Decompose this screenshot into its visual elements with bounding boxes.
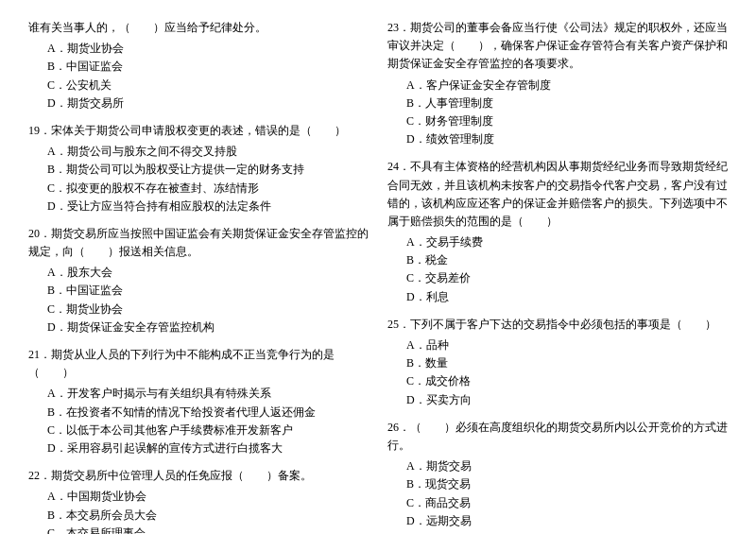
option-24-a: A．交易手续费 <box>387 233 728 251</box>
question-23: 23．期货公司的董事会备应当行使《公司法》规定的职权外，还应当审议并决定（ ），… <box>387 19 728 148</box>
option-18-a: A．期货业协会 <box>28 40 369 58</box>
question-20-text: 20．期货交易所应当按照中国证监会有关期货保证金安全存管监控的规定，向（ ）报送… <box>28 225 369 261</box>
option-22-b: B．本交易所会员大会 <box>28 507 369 525</box>
option-25-b: B．数量 <box>387 354 728 372</box>
question-19-text: 19．宋体关于期货公司申请股权变更的表述，错误的是（ ） <box>28 122 369 140</box>
question-26-text: 26．（ ）必须在高度组织化的期货交易所内以公开竞价的方式进行。 <box>387 419 728 455</box>
question-22: 22．期货交易所中位管理人员的任免应报（ ）备案。 A．中国期货业协会 B．本交… <box>28 467 369 534</box>
left-column: 谁有关当事人的，（ ）应当给予纪律处分。 A．期货业协会 B．中国证监会 C．公… <box>28 19 369 534</box>
option-23-c: C．财务管理制度 <box>387 112 728 130</box>
option-18-b: B．中国证监会 <box>28 58 369 76</box>
page-content: 谁有关当事人的，（ ）应当给予纪律处分。 A．期货业协会 B．中国证监会 C．公… <box>28 19 728 534</box>
question-26: 26．（ ）必须在高度组织化的期货交易所内以公开竞价的方式进行。 A．期货交易 … <box>387 419 728 530</box>
option-22-c: C．本交易所理事会 <box>28 525 369 534</box>
option-20-d: D．期货保证金安全存管监控机构 <box>28 319 369 336</box>
option-21-a: A．开发客户时揭示与有关组织具有特殊关系 <box>28 385 369 403</box>
question-18-intro: 谁有关当事人的，（ ）应当给予纪律处分。 A．期货业协会 B．中国证监会 C．公… <box>28 19 369 112</box>
option-23-d: D．绩效管理制度 <box>387 130 728 148</box>
option-19-c: C．拟变更的股权不存在被查封、冻结情形 <box>28 180 369 198</box>
option-22-a: A．中国期货业协会 <box>28 488 369 506</box>
option-20-b: B．中国证监会 <box>28 282 369 300</box>
question-24-text: 24．不具有主体资格的经营机构因从事期货经纪业务而导致期货经纪合同无效，并且该机… <box>387 158 728 231</box>
option-23-b: B．人事管理制度 <box>387 95 728 112</box>
option-24-d: D．利息 <box>387 288 728 306</box>
option-18-d: D．期货交易所 <box>28 95 369 112</box>
option-24-c: C．交易差价 <box>387 269 728 287</box>
option-20-c: C．期货业协会 <box>28 301 369 319</box>
option-25-c: C．成交价格 <box>387 372 728 390</box>
option-21-b: B．在投资者不知情的情况下给投资者代理人返还佣金 <box>28 404 369 422</box>
question-24: 24．不具有主体资格的经营机构因从事期货经纪业务而导致期货经纪合同无效，并且该机… <box>387 158 728 306</box>
option-18-c: C．公安机关 <box>28 77 369 95</box>
option-19-b: B．期货公司可以为股权受让方提供一定的财务支持 <box>28 161 369 179</box>
option-19-a: A．期货公司与股东之间不得交叉持股 <box>28 143 369 161</box>
question-22-text: 22．期货交易所中位管理人员的任免应报（ ）备案。 <box>28 467 369 485</box>
question-18-intro-text: 谁有关当事人的，（ ）应当给予纪律处分。 <box>28 19 369 37</box>
question-21: 21．期货从业人员的下列行为中不能构成不正当竞争行为的是（ ） A．开发客户时揭… <box>28 346 369 457</box>
option-26-b: B．现货交易 <box>387 475 728 493</box>
option-24-b: B．税金 <box>387 251 728 269</box>
right-column: 23．期货公司的董事会备应当行使《公司法》规定的职权外，还应当审议并决定（ ），… <box>387 19 728 534</box>
option-26-d: D．远期交易 <box>387 512 728 530</box>
option-20-a: A．股东大会 <box>28 264 369 282</box>
question-23-text: 23．期货公司的董事会备应当行使《公司法》规定的职权外，还应当审议并决定（ ），… <box>387 19 728 74</box>
question-21-text: 21．期货从业人员的下列行为中不能构成不正当竞争行为的是（ ） <box>28 346 369 382</box>
question-25: 25．下列不属于客户下达的交易指令中必须包括的事项是（ ） A．品种 B．数量 … <box>387 316 728 409</box>
question-25-text: 25．下列不属于客户下达的交易指令中必须包括的事项是（ ） <box>387 316 728 334</box>
option-19-d: D．受让方应当符合持有相应股权的法定条件 <box>28 198 369 215</box>
option-21-d: D．采用容易引起误解的宣传方式进行白揽客大 <box>28 439 369 457</box>
option-26-c: C．商品交易 <box>387 494 728 512</box>
option-21-c: C．以低于本公司其他客户手续费标准开发新客户 <box>28 422 369 439</box>
option-23-a: A．客户保证金安全存管制度 <box>387 77 728 95</box>
question-19: 19．宋体关于期货公司申请股权变更的表述，错误的是（ ） A．期货公司与股东之间… <box>28 122 369 215</box>
option-25-d: D．买卖方向 <box>387 391 728 409</box>
question-20: 20．期货交易所应当按照中国证监会有关期货保证金安全存管监控的规定，向（ ）报送… <box>28 225 369 336</box>
option-25-a: A．品种 <box>387 336 728 354</box>
option-26-a: A．期货交易 <box>387 457 728 475</box>
